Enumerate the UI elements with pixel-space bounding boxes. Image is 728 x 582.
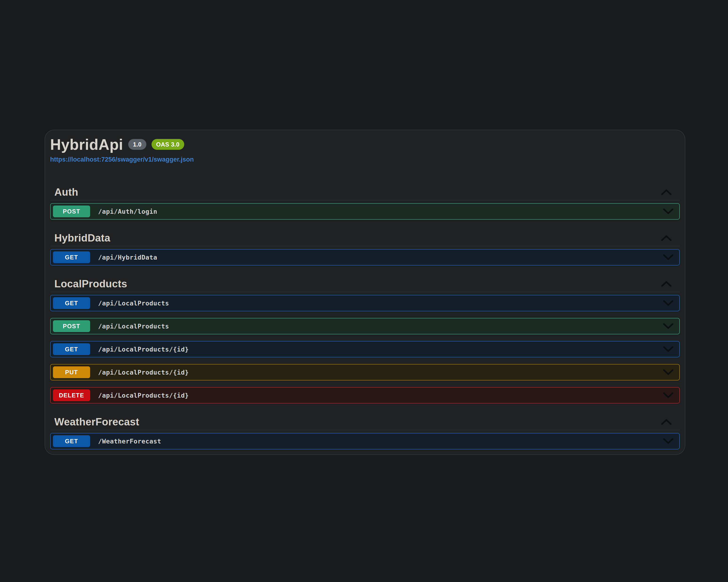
operation-path: /api/LocalProducts/{id}	[98, 346, 189, 353]
chevron-down-icon[interactable]	[663, 209, 674, 214]
operation-row[interactable]: GET /api/HybridData	[50, 249, 680, 266]
operation-path: /api/LocalProducts/{id}	[98, 392, 189, 399]
operation-row[interactable]: PUT /api/LocalProducts/{id}	[50, 364, 680, 381]
chevron-down-icon[interactable]	[663, 300, 674, 306]
operations-list: POST /api/Auth/login	[50, 200, 680, 220]
operation-row[interactable]: POST /api/Auth/login	[50, 203, 680, 220]
operation-row[interactable]: DELETE /api/LocalProducts/{id}	[50, 387, 680, 404]
oas-version-badge: OAS 3.0	[152, 139, 184, 150]
operations-list: GET /WeatherForecast	[50, 430, 680, 449]
chevron-down-icon[interactable]	[663, 392, 674, 398]
operation-path: /api/LocalProducts	[98, 323, 169, 330]
chevron-down-icon[interactable]	[663, 347, 674, 352]
tag-section-weatherforecast: WeatherForecast GET /WeatherForecast	[50, 415, 680, 449]
tag-section-auth: Auth POST /api/Auth/login	[50, 185, 680, 220]
method-badge: GET	[53, 343, 90, 355]
method-badge: GET	[53, 297, 90, 309]
operation-path: /api/HybridData	[98, 254, 157, 261]
tag-header[interactable]: Auth	[50, 185, 680, 199]
tag-header[interactable]: HybridData	[50, 231, 680, 245]
api-title: HybridApi	[50, 136, 123, 153]
method-badge: DELETE	[53, 389, 90, 401]
tag-header[interactable]: LocalProducts	[50, 277, 680, 291]
method-badge: GET	[53, 435, 90, 447]
chevron-down-icon[interactable]	[663, 254, 674, 260]
tag-title: WeatherForecast	[54, 416, 139, 428]
operation-path: /api/Auth/login	[98, 208, 157, 215]
chevron-up-icon[interactable]	[661, 235, 672, 241]
operation-row[interactable]: GET /WeatherForecast	[50, 433, 680, 449]
method-badge: POST	[53, 205, 90, 217]
operation-row[interactable]: GET /api/LocalProducts/{id}	[50, 341, 680, 357]
chevron-down-icon[interactable]	[663, 323, 674, 329]
chevron-down-icon[interactable]	[663, 438, 674, 444]
title-row: HybridApi 1.0 OAS 3.0	[50, 136, 680, 153]
api-info-header: HybridApi 1.0 OAS 3.0 https://localhost:…	[50, 136, 680, 163]
operation-row[interactable]: GET /api/LocalProducts	[50, 295, 680, 311]
tag-header[interactable]: WeatherForecast	[50, 415, 680, 429]
tag-title: Auth	[54, 186, 78, 198]
spec-url-link[interactable]: https://localhost:7256/swagger/v1/swagge…	[50, 156, 194, 163]
swagger-panel: HybridApi 1.0 OAS 3.0 https://localhost:…	[45, 130, 685, 455]
operations-list: GET /api/HybridData	[50, 246, 680, 266]
operation-path: /api/LocalProducts/{id}	[98, 369, 189, 376]
method-badge: PUT	[53, 366, 90, 378]
chevron-up-icon[interactable]	[661, 189, 672, 195]
version-badge: 1.0	[128, 139, 146, 150]
operation-path: /WeatherForecast	[98, 438, 161, 445]
tag-title: LocalProducts	[54, 278, 127, 290]
method-badge: GET	[53, 251, 90, 263]
tag-section-hybriddata: HybridData GET /api/HybridData	[50, 231, 680, 266]
chevron-down-icon[interactable]	[663, 369, 674, 375]
chevron-up-icon[interactable]	[661, 419, 672, 425]
tag-title: HybridData	[54, 232, 110, 244]
tag-section-localproducts: LocalProducts GET /api/LocalProducts POS…	[50, 277, 680, 404]
tag-sections-container: Auth POST /api/Auth/login HybridData GET…	[50, 185, 680, 449]
method-badge: POST	[53, 320, 90, 332]
operation-row[interactable]: POST /api/LocalProducts	[50, 318, 680, 334]
chevron-up-icon[interactable]	[661, 281, 672, 287]
operation-path: /api/LocalProducts	[98, 300, 169, 307]
operations-list: GET /api/LocalProducts POST /api/LocalPr…	[50, 292, 680, 404]
